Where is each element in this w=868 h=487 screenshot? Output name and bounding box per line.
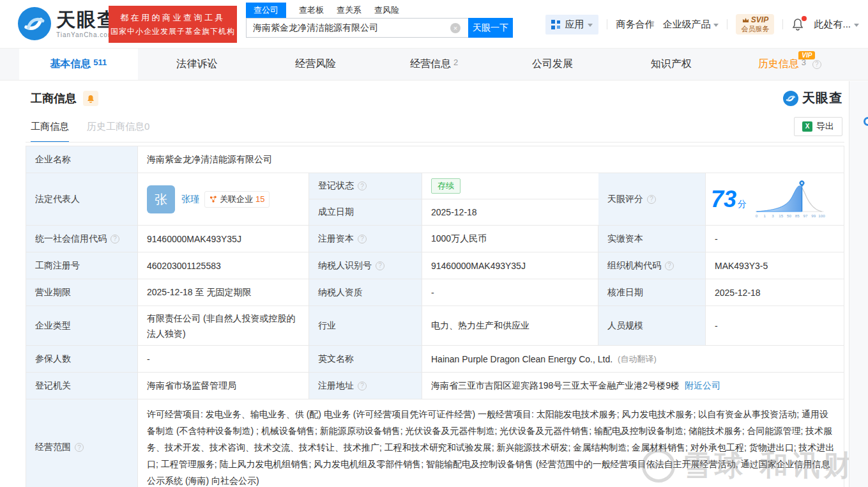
status-badge: 存续 — [431, 178, 461, 194]
tab-legal-proceedings[interactable]: 法律诉讼 — [138, 49, 257, 80]
table-row: 工商注册号 460203001125583 纳税人识别号 91460000MAK… — [26, 252, 844, 279]
main-content: 工商信息 天眼查 导出 工商信息 历史工商信息0 企业名称 海南紫金龙净清洁能源… — [19, 81, 849, 487]
field-value-tyc-score: 73分 0 1 — [706, 173, 844, 226]
tab-intellectual-property[interactable]: 知识产权 — [612, 49, 731, 80]
field-value-legal-rep: 张 张瑾 关联企业 15 — [138, 173, 309, 226]
field-label-business-scope: 经营范围 — [26, 399, 138, 487]
field-label-company-type: 企业类型 — [26, 306, 138, 346]
svg-text:1: 1 — [764, 213, 766, 218]
right-gutter — [849, 81, 868, 487]
field-label-approval-date: 核准日期 — [598, 279, 706, 306]
slogan-line1: 都在用的商业查询工具 — [120, 12, 225, 24]
nav-cooperation[interactable]: 商务合作 — [616, 19, 654, 31]
search-tab-company[interactable]: 查公司 — [246, 3, 286, 18]
field-label-credit-code: 统一社会信用代码 — [26, 226, 138, 252]
enterprise-label: 企业级产品 — [662, 19, 710, 31]
search-area: 查公司 查老板 查关系 查风险 天眼一下 — [246, 3, 513, 38]
field-label-english-name: 英文名称 — [309, 346, 422, 373]
tab-label: 公司发展 — [532, 58, 573, 71]
tab-basic-info[interactable]: 基本信息 511 — [19, 49, 138, 80]
export-button[interactable]: 导出 — [794, 117, 842, 136]
search-tab-risk[interactable]: 查风险 — [374, 3, 399, 18]
nav-account-menu[interactable]: 此处有... — [814, 19, 859, 31]
field-label-reg-status: 登记状态 — [309, 173, 422, 199]
help-icon[interactable] — [358, 382, 367, 390]
nav-enterprise[interactable]: 企业级产品 — [662, 19, 719, 31]
search-tab-boss[interactable]: 查老板 — [299, 3, 324, 18]
search-button[interactable]: 天眼一下 — [468, 18, 513, 38]
field-label-reg-address: 注册地址 — [309, 373, 422, 399]
field-value-reg-status: 存续 — [422, 173, 598, 199]
help-icon[interactable] — [358, 182, 367, 190]
brand-text: 天眼查 — [802, 89, 842, 107]
field-value-company-type: 有限责任公司 (非自然人投资或控股的法人独资) — [138, 306, 309, 346]
notification-dot — [802, 16, 807, 21]
avatar[interactable]: 张 — [147, 185, 175, 213]
tab-label: 基本信息 — [50, 58, 91, 71]
clear-icon[interactable] — [450, 23, 461, 33]
help-icon[interactable] — [665, 261, 674, 270]
help-icon[interactable] — [358, 235, 367, 244]
field-value-reg-authority: 海南省市场监督管理局 — [138, 373, 309, 399]
top-nav: 应用 商务合作 企业级产品 SVIP 会员服务 — [545, 14, 859, 35]
apps-menu[interactable]: 应用 — [545, 15, 598, 35]
table-row: 参保人数 - 英文名称 Hainan Purple Dragon Clean E… — [26, 346, 844, 373]
subtab-business-info[interactable]: 工商信息 — [31, 121, 69, 143]
related-companies-badge[interactable]: 关联企业 15 — [204, 191, 270, 208]
subtab-history-business-info[interactable]: 历史工商信息0 — [87, 121, 149, 143]
score-value: 73 — [711, 186, 736, 212]
tab-history-info[interactable]: 历史信息 3 VIP — [730, 49, 849, 80]
divider — [26, 142, 844, 143]
floating-widget[interactable] — [864, 117, 868, 126]
section-title: 工商信息 — [31, 91, 77, 106]
svip-sublabel: 会员服务 — [741, 25, 769, 33]
svg-text:15: 15 — [779, 213, 783, 218]
table-row: 企业名称 海南紫金龙净清洁能源有限公司 — [26, 146, 844, 173]
chevron-down-icon — [713, 24, 719, 27]
monitor-bell-icon[interactable] — [83, 91, 98, 106]
tab-label: 法律诉讼 — [176, 58, 217, 71]
field-value-reg-number: 460203001125583 — [138, 252, 309, 279]
tab-company-development[interactable]: 公司发展 — [493, 49, 612, 80]
tab-label: 经营信息 — [410, 58, 451, 71]
svg-text:99: 99 — [811, 213, 816, 218]
tab-business-info[interactable]: 经营信息 2 — [375, 49, 494, 80]
field-label-legal-rep: 法定代表人 — [26, 173, 138, 226]
field-value-reg-address: 海南省三亚市吉阳区迎宾路198号三亚太平金融产业港2号楼9楼 附近公司 — [422, 373, 844, 399]
field-label-business-term: 营业期限 — [26, 279, 138, 306]
field-value-business-scope: 许可经营项目: 发电业务、输电业务、供 (配) 电业务 (许可经营项目凭许可证件… — [138, 399, 844, 487]
help-icon[interactable] — [110, 235, 119, 244]
apps-label: 应用 — [565, 19, 584, 31]
vip-badge: VIP — [798, 51, 815, 59]
search-input[interactable] — [246, 18, 468, 38]
score-distribution-chart: 0 1 3 15 50 85 97 99 100 — [752, 180, 827, 219]
table-row: 法定代表人 张 张瑾 关联企业 15 登记状态 — [26, 173, 844, 226]
field-label-company-name: 企业名称 — [26, 146, 138, 173]
field-value-company-name: 海南紫金龙净清洁能源有限公司 — [138, 146, 844, 173]
table-row: 登记机关 海南省市场监督管理局 注册地址 海南省三亚市吉阳区迎宾路198号三亚太… — [26, 373, 844, 399]
help-icon[interactable] — [647, 195, 656, 204]
svg-text:97: 97 — [803, 213, 808, 218]
help-icon[interactable] — [75, 443, 84, 452]
company-tabs: 基本信息 511 法律诉讼 经营风险 经营信息 2 公司发展 知识产权 历史信息… — [0, 49, 868, 81]
search-tab-relation[interactable]: 查关系 — [337, 3, 362, 18]
field-label-reg-authority: 登记机关 — [26, 373, 138, 399]
field-label-taxpayer-quality: 纳税人资质 — [309, 279, 422, 306]
field-label-tyc-score: 天眼评分 — [598, 173, 706, 226]
svg-text:100: 100 — [818, 213, 825, 218]
tianyancha-logo[interactable]: 天眼查 TianYanCha.com — [18, 7, 118, 40]
svip-membership-button[interactable]: SVIP 会员服务 — [736, 14, 774, 35]
tab-operating-risk[interactable]: 经营风险 — [256, 49, 375, 80]
field-label-taxpayer-id: 纳税人识别号 — [309, 252, 422, 279]
field-label-reg-number: 工商注册号 — [26, 252, 138, 279]
help-icon[interactable] — [376, 261, 385, 270]
field-value-reg-capital: 1000万人民币 — [422, 226, 598, 252]
chevron-down-icon — [588, 24, 593, 27]
help-icon[interactable] — [812, 60, 821, 69]
legal-rep-link[interactable]: 张瑾 — [181, 194, 199, 205]
notification-bell-icon[interactable] — [791, 17, 805, 31]
search-tabs: 查公司 查老板 查关系 查风险 — [246, 3, 513, 18]
nearby-companies-link[interactable]: 附近公司 — [685, 380, 720, 392]
slogan-line2: 国家中小企业发展子基金旗下机构 — [110, 26, 235, 37]
export-label: 导出 — [816, 121, 834, 132]
